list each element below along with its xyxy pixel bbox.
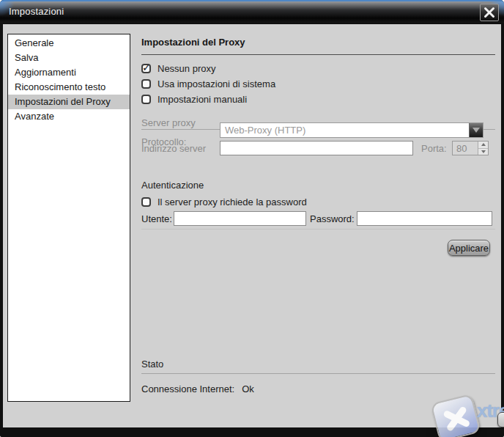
ok-button[interactable]: Ok	[497, 412, 504, 427]
server-proxy-group-title: Server proxy	[141, 117, 196, 128]
port-decrement-button[interactable]	[478, 149, 488, 155]
authentication-group-title: Autenticazione	[141, 180, 204, 191]
watermark: xtremehardware.com	[431, 395, 504, 427]
proxy-settings-panel: Impostazioni del Proxy Nessun proxy Usa …	[141, 24, 495, 427]
password-label: Password:	[310, 213, 355, 224]
dialog-content: Generale Salva Aggiornamenti Riconoscime…	[3, 24, 501, 427]
system-settings-label: Usa impostazioni di sistema	[158, 78, 275, 89]
protocol-dropdown-button[interactable]	[469, 123, 483, 137]
heading-divider	[141, 54, 495, 55]
auth-divider	[141, 229, 495, 229]
user-label: Utente:	[141, 213, 172, 224]
status-group-title: Stato	[141, 359, 163, 370]
connection-status-row: Connessione Internet: Ok	[141, 383, 254, 394]
port-label: Porta:	[421, 143, 447, 154]
titlebar[interactable]: Impostazioni	[0, 0, 504, 23]
require-password-label: Il server proxy richiede la password	[158, 197, 307, 208]
password-input[interactable]	[357, 211, 492, 226]
close-button[interactable]	[480, 4, 499, 21]
protocol-selected-value: Web-Proxy (HTTP)	[220, 125, 469, 136]
sidebar-item-generale[interactable]: Generale	[8, 36, 130, 51]
option-row-no-proxy: Nessun proxy	[141, 62, 215, 74]
chevron-down-icon	[472, 128, 480, 133]
close-icon	[483, 7, 495, 18]
no-proxy-checkbox[interactable]	[141, 64, 151, 73]
watermark-logo-icon	[430, 394, 481, 437]
spinner-up-icon	[481, 143, 486, 146]
sidebar-item-avanzate[interactable]: Avanzate	[8, 109, 130, 124]
port-increment-button[interactable]	[478, 142, 488, 149]
settings-category-list: Generale Salva Aggiornamenti Riconoscime…	[7, 34, 130, 402]
port-spin-buttons	[478, 142, 488, 155]
connection-label: Connessione Internet:	[141, 383, 234, 394]
sidebar-item-riconoscimento-testo[interactable]: Riconoscimento testo	[8, 80, 130, 95]
no-proxy-label: Nessun proxy	[158, 63, 215, 74]
sidebar-item-impostazioni-proxy[interactable]: Impostazioni del Proxy	[8, 95, 130, 109]
require-password-checkbox[interactable]	[141, 197, 151, 207]
option-row-system-settings: Usa impostazioni di sistema	[141, 78, 275, 89]
apply-button[interactable]: Applicare	[448, 240, 490, 256]
sidebar-item-salva[interactable]: Salva	[8, 51, 130, 65]
system-settings-checkbox[interactable]	[141, 79, 151, 89]
protocol-select[interactable]: Web-Proxy (HTTP)	[220, 122, 483, 138]
page-title: Impostazioni del Proxy	[141, 37, 245, 48]
option-row-require-password: Il server proxy richiede la password	[141, 196, 307, 208]
manual-settings-checkbox[interactable]	[141, 95, 151, 104]
server-address-label: Indirizzo server	[141, 143, 206, 154]
option-row-manual-settings: Impostazioni manuali	[141, 93, 247, 105]
user-input[interactable]	[174, 211, 306, 226]
spinner-down-icon	[481, 150, 486, 153]
port-stepper[interactable]: 80	[452, 141, 489, 155]
manual-settings-label: Impostazioni manuali	[158, 94, 247, 105]
server-address-input[interactable]	[220, 141, 413, 155]
window-title: Impostazioni	[9, 6, 64, 17]
sidebar-item-aggiornamenti[interactable]: Aggiornamenti	[8, 65, 130, 80]
connection-status-value: Ok	[242, 383, 254, 394]
status-divider	[141, 373, 495, 374]
port-value: 80	[453, 142, 478, 155]
settings-dialog: Impostazioni Generale Salva Aggiornament…	[0, 0, 504, 437]
